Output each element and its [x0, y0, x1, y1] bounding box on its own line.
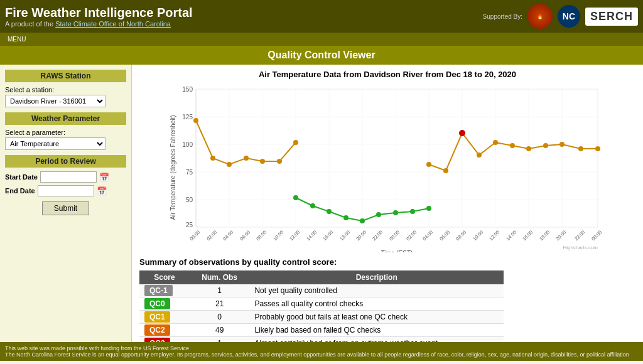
footer-line1: This web site was made possible with fun…: [5, 345, 638, 351]
score-cell: QC-1: [139, 284, 190, 297]
qc-table: Score Num. Obs Description QC-11Not yet …: [139, 270, 504, 342]
svg-text:75: 75: [186, 169, 193, 176]
svg-text:18:00: 18:00: [338, 229, 351, 242]
svg-point-41: [410, 209, 415, 214]
site-subtitle: A product of the State Climate Office of…: [5, 20, 193, 28]
chart-area: Air Temperature Data from Davidson River…: [132, 65, 643, 342]
fire-logo: 🔥: [527, 4, 553, 29]
svg-text:10:00: 10:00: [272, 229, 284, 242]
svg-point-29: [227, 162, 232, 167]
end-date-label: End Date: [5, 187, 35, 195]
svg-text:16:00: 16:00: [322, 229, 334, 242]
score-cell: QC3: [139, 337, 190, 343]
site-title: Fire Weather Intelligence Portal: [5, 6, 193, 20]
description-cell: Passes all quality control checks: [249, 297, 504, 311]
svg-text:22:00: 22:00: [371, 229, 384, 242]
svg-point-39: [376, 212, 381, 217]
svg-text:20:00: 20:00: [355, 229, 367, 242]
period-section-title: Period to Review: [5, 155, 126, 168]
svg-point-46: [477, 153, 482, 158]
table-row: QC249Likely bad based on failed QC check…: [139, 324, 504, 337]
svg-point-36: [327, 209, 332, 214]
score-cell: QC1: [139, 311, 190, 324]
svg-text:04:00: 04:00: [421, 229, 434, 242]
svg-text:02:00: 02:00: [405, 229, 418, 242]
svg-text:14:00: 14:00: [305, 229, 318, 242]
col-desc: Description: [249, 270, 504, 284]
svg-text:100: 100: [182, 141, 193, 148]
start-date-calendar-icon[interactable]: 📅: [99, 173, 109, 182]
description-cell: Not yet quality controlled: [249, 284, 504, 297]
svg-text:20:00: 20:00: [554, 229, 567, 242]
svg-point-52: [578, 146, 583, 151]
num-obs-cell: 49: [190, 324, 250, 337]
num-obs-cell: 1: [190, 337, 250, 343]
supported-by-label: Supported By:: [483, 13, 522, 20]
table-row: QC10Probably good but fails at least one…: [139, 311, 504, 324]
subtitle-link[interactable]: State Climate Office of North Carolina: [55, 20, 171, 28]
description-cell: Likely bad based on failed QC checks: [249, 324, 504, 337]
station-select[interactable]: Davidson River - 316001: [5, 95, 105, 107]
menu-button[interactable]: MENU: [5, 35, 28, 44]
start-date-label: Start Date: [5, 173, 38, 181]
svg-text:10:00: 10:00: [472, 229, 484, 242]
description-cell: Almost certainly bad or from an extreme …: [249, 337, 504, 343]
header-right: Supported By: 🔥 NC SERCH: [483, 4, 638, 29]
svg-rect-1: [196, 89, 598, 227]
parameter-label: Select a parameter:: [5, 129, 126, 136]
table-row: QC-11Not yet quality controlled: [139, 284, 504, 297]
station-label: Select a station:: [5, 86, 126, 94]
svg-text:Highcharts.com: Highcharts.com: [563, 245, 598, 250]
end-date-row: End Date Dec 20, 2020 📅: [5, 185, 126, 196]
svg-point-44: [443, 168, 448, 173]
page-title-bar: Quality Control Viewer: [0, 46, 643, 65]
station-field: Select a station: Davidson River - 31600…: [5, 86, 126, 107]
weather-section-title: Weather Parameter: [5, 112, 126, 125]
svg-point-43: [426, 162, 431, 167]
svg-text:00:00: 00:00: [388, 229, 401, 242]
svg-text:Air Temperature (degrees Fahre: Air Temperature (degrees Fahrenheit): [170, 115, 176, 220]
description-cell: Probably good but fails at least one QC …: [249, 311, 504, 324]
parameter-select[interactable]: Air Temperature: [5, 137, 105, 150]
end-date-input[interactable]: Dec 20, 2020: [38, 185, 94, 196]
svg-point-34: [293, 195, 298, 200]
col-score: Score: [139, 270, 190, 284]
qc-heading: Summary of observations by quality contr…: [139, 257, 635, 267]
num-obs-cell: 1: [190, 284, 250, 297]
svg-text:Time (EST): Time (EST): [381, 250, 413, 252]
svg-point-49: [526, 146, 531, 151]
col-num: Num. Obs: [190, 270, 250, 284]
svg-point-51: [559, 142, 565, 147]
svg-point-27: [193, 118, 198, 123]
svg-point-53: [595, 146, 600, 151]
header: Fire Weather Intelligence Portal A produ…: [0, 0, 643, 33]
submit-button[interactable]: Submit: [42, 201, 89, 215]
svg-point-42: [426, 206, 431, 211]
svg-text:12:00: 12:00: [488, 229, 500, 242]
svg-text:125: 125: [182, 114, 193, 120]
svg-point-32: [277, 159, 282, 164]
svg-text:02:00: 02:00: [205, 229, 218, 242]
table-row: QC31Almost certainly bad or from an extr…: [139, 337, 504, 343]
svg-point-50: [543, 143, 548, 148]
svg-point-35: [310, 203, 315, 208]
svg-point-38: [360, 218, 365, 223]
table-row: QC021Passes all quality control checks: [139, 297, 504, 311]
qc-section: Summary of observations by quality contr…: [139, 257, 635, 342]
page-title: Quality Control Viewer: [267, 50, 375, 60]
svg-point-45: [459, 130, 465, 136]
serch-logo: SERCH: [585, 8, 638, 26]
start-date-input[interactable]: Dec 18, 2020: [40, 171, 97, 183]
left-panel: RAWS Station Select a station: Davidson …: [0, 65, 132, 342]
chart-svg: Air Temperature (degrees Fahrenheit) 150…: [139, 83, 635, 252]
svg-text:00:00: 00:00: [188, 229, 201, 242]
start-date-row: Start Date Dec 18, 2020 📅: [5, 171, 126, 183]
end-date-calendar-icon[interactable]: 📅: [97, 186, 107, 196]
svg-text:50: 50: [186, 196, 193, 203]
nc-logo: NC: [558, 5, 580, 28]
svg-point-28: [210, 156, 215, 161]
svg-point-40: [393, 210, 398, 215]
svg-point-37: [343, 215, 349, 220]
svg-text:14:00: 14:00: [505, 229, 517, 242]
chart-title: Air Temperature Data from Davidson River…: [139, 70, 635, 79]
